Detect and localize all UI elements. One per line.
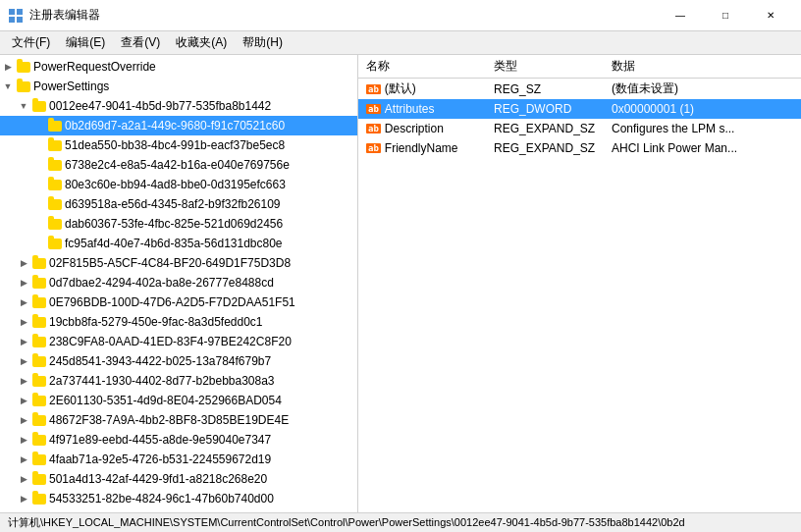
reg-value-name: FriendlyName xyxy=(385,141,458,155)
table-row[interactable]: abAttributesREG_DWORD0x00000001 (1) xyxy=(358,99,801,119)
expand-button[interactable]: ▶ xyxy=(16,393,31,408)
folder-icon xyxy=(31,452,47,467)
main-content: ▶PowerRequestOverride▼PowerSettings▼0012… xyxy=(0,55,801,512)
tree-node-label: 80e3c60e-bb94-4ad8-bbe0-0d3195efc663 xyxy=(65,178,286,191)
minimize-button[interactable]: — xyxy=(658,0,703,31)
menu-item-收藏夹(A)[interactable]: 收藏夹(A) xyxy=(168,32,235,53)
folder-icon xyxy=(31,412,47,428)
tree-node[interactable]: ▶4f971e89-eebd-4455-a8de-9e59040e7347 xyxy=(0,430,357,450)
folder-icon xyxy=(31,393,47,408)
svg-rect-1 xyxy=(17,9,23,15)
tree-node-label: PowerSettings xyxy=(33,80,109,93)
tree-node[interactable]: ▶48672F38-7A9A-4bb2-8BF8-3D85BE19DE4E xyxy=(0,410,357,430)
tree-node-label: 51dea550-bb38-4bc4-991b-eacf37be5ec8 xyxy=(65,138,285,152)
tree-node-label: 238C9FA8-0AAD-41ED-83F4-97BE242C8F20 xyxy=(49,335,292,348)
tree-node[interactable]: dab60367-53fe-4fbc-825e-521d069d2456 xyxy=(0,214,357,234)
menu-item-查看(V)[interactable]: 查看(V) xyxy=(113,32,168,53)
close-button[interactable]: ✕ xyxy=(748,0,793,31)
menu-item-文件(F)[interactable]: 文件(F) xyxy=(4,32,58,53)
svg-rect-2 xyxy=(9,17,15,23)
expand-button[interactable]: ▼ xyxy=(16,98,31,114)
expand-button[interactable] xyxy=(31,236,47,251)
maximize-button[interactable]: □ xyxy=(703,0,748,31)
menu-bar: 文件(F)编辑(E)查看(V)收藏夹(A)帮助(H) xyxy=(0,31,801,55)
tree-node-label: 48672F38-7A9A-4bb2-8BF8-3D85BE19DE4E xyxy=(49,413,289,427)
reg-value-icon: ab xyxy=(366,84,381,94)
tree-node[interactable]: 80e3c60e-bb94-4ad8-bbe0-0d3195efc663 xyxy=(0,175,357,194)
tree-node-label: 0E796BDB-100D-47D6-A2D5-F7D2DAA51F51 xyxy=(49,295,295,309)
table-header-row: 名称 类型 数据 xyxy=(358,55,801,79)
table-row[interactable]: abDescriptionREG_EXPAND_SZConfigures the… xyxy=(358,119,801,138)
expand-button[interactable]: ▶ xyxy=(16,255,31,271)
folder-icon xyxy=(47,216,63,232)
menu-item-编辑(E)[interactable]: 编辑(E) xyxy=(58,32,113,53)
expand-button[interactable]: ▶ xyxy=(16,432,31,448)
expand-button[interactable] xyxy=(31,157,47,173)
folder-icon xyxy=(47,196,63,212)
status-text: 计算机\HKEY_LOCAL_MACHINE\SYSTEM\CurrentCon… xyxy=(8,515,685,530)
tree-node[interactable]: ▶2a737441-1930-4402-8d77-b2bebba308a3 xyxy=(0,371,357,391)
expand-button[interactable]: ▶ xyxy=(16,373,31,389)
reg-value-name: Attributes xyxy=(385,102,435,116)
cell-type: REG_SZ xyxy=(486,79,604,100)
tree-node[interactable]: fc95af4d-40e7-4b6d-835a-56d131dbc80e xyxy=(0,234,357,253)
tree-pane[interactable]: ▶PowerRequestOverride▼PowerSettings▼0012… xyxy=(0,55,358,512)
menu-item-帮助(H)[interactable]: 帮助(H) xyxy=(235,32,291,53)
tree-node[interactable]: ▶4faab71a-92e5-4726-b531-224559672d19 xyxy=(0,450,357,469)
cell-data: 0x00000001 (1) xyxy=(604,99,801,119)
tree-node[interactable]: ▶0d7dbae2-4294-402a-ba8e-26777e8488cd xyxy=(0,273,357,293)
expand-button[interactable]: ▶ xyxy=(16,353,31,369)
reg-value-name: Description xyxy=(385,122,444,135)
tree-node[interactable]: ▶PowerRequestOverride xyxy=(0,57,357,77)
expand-button[interactable] xyxy=(31,118,47,133)
tree-node[interactable]: 0b2d69d7-a2a1-449c-9680-f91c70521c60 xyxy=(0,116,357,135)
column-header-name[interactable]: 名称 xyxy=(358,55,486,79)
expand-button[interactable] xyxy=(31,177,47,192)
expand-button[interactable]: ▶ xyxy=(16,412,31,428)
folder-icon xyxy=(47,236,63,251)
expand-button[interactable]: ▶ xyxy=(16,275,31,291)
expand-button[interactable]: ▶ xyxy=(16,314,31,330)
expand-button[interactable]: ▶ xyxy=(16,471,31,487)
expand-button[interactable]: ▼ xyxy=(0,79,16,94)
tree-node[interactable]: ▶0E796BDB-100D-47D6-A2D5-F7D2DAA51F51 xyxy=(0,293,357,312)
tree-node[interactable]: ▶54533251-82be-4824-96c1-47b60b740d00 xyxy=(0,489,357,508)
tree-node[interactable]: 6738e2c4-e8a5-4a42-b16a-e040e769756e xyxy=(0,155,357,175)
tree-node[interactable]: ▶2E601130-5351-4d9d-8E04-252966BAD054 xyxy=(0,391,357,410)
tree-node-label: fc95af4d-40e7-4b6d-835a-56d131dbc80e xyxy=(65,237,283,250)
tree-node[interactable]: ▶238C9FA8-0AAD-41ED-83F4-97BE242C8F20 xyxy=(0,332,357,351)
expand-button[interactable] xyxy=(31,196,47,212)
expand-button[interactable]: ▶ xyxy=(16,452,31,467)
column-header-data[interactable]: 数据 xyxy=(604,55,801,79)
tree-node[interactable]: 51dea550-bb38-4bc4-991b-eacf37be5ec8 xyxy=(0,135,357,155)
tree-node[interactable]: ▶245d8541-3943-4422-b025-13a784f679b7 xyxy=(0,351,357,371)
tree-node[interactable]: ▼PowerSettings xyxy=(0,77,357,96)
tree-node[interactable]: ▼0012ee47-9041-4b5d-9b77-535fba8b1442 xyxy=(0,96,357,116)
expand-button[interactable]: ▶ xyxy=(16,294,31,310)
expand-button[interactable]: ▶ xyxy=(16,334,31,349)
folder-icon xyxy=(47,157,63,173)
tree-node-label: dab60367-53fe-4fbc-825e-521d069d2456 xyxy=(65,217,283,231)
tree-node[interactable]: ▶501a4d13-42af-4429-9fd1-a8218c268e20 xyxy=(0,469,357,489)
cell-data: AHCI Link Power Man... xyxy=(604,138,801,158)
expand-button[interactable] xyxy=(31,216,47,232)
expand-button[interactable]: ▶ xyxy=(16,491,31,506)
title-bar: 注册表编辑器 — □ ✕ xyxy=(0,0,801,31)
cell-type: REG_EXPAND_SZ xyxy=(486,138,604,158)
expand-button[interactable] xyxy=(31,137,47,153)
column-header-type[interactable]: 类型 xyxy=(486,55,604,79)
cell-type: REG_DWORD xyxy=(486,99,604,119)
table-row[interactable]: ab(默认)REG_SZ(数值未设置) xyxy=(358,79,801,100)
folder-icon xyxy=(31,491,47,506)
tree-node-label: PowerRequestOverride xyxy=(33,60,156,74)
tree-node-label: 0012ee47-9041-4b5d-9b77-535fba8b1442 xyxy=(49,99,271,113)
tree-node[interactable]: ▶19cbb8fa-5279-450e-9fac-8a3d5fedd0c1 xyxy=(0,312,357,332)
svg-rect-3 xyxy=(17,17,23,23)
tree-node[interactable]: d639518a-e56d-4345-8af2-b9f32fb26109 xyxy=(0,194,357,214)
folder-icon xyxy=(31,353,47,369)
table-row[interactable]: abFriendlyNameREG_EXPAND_SZAHCI Link Pow… xyxy=(358,138,801,158)
expand-button[interactable]: ▶ xyxy=(0,59,16,75)
tree-node[interactable]: ▶02F815B5-A5CF-4C84-BF20-649D1F75D3D8 xyxy=(0,253,357,273)
tree-node-label: d639518a-e56d-4345-8af2-b9f32fb26109 xyxy=(65,197,281,211)
tree-node-label: 02F815B5-A5CF-4C84-BF20-649D1F75D3D8 xyxy=(49,256,291,270)
